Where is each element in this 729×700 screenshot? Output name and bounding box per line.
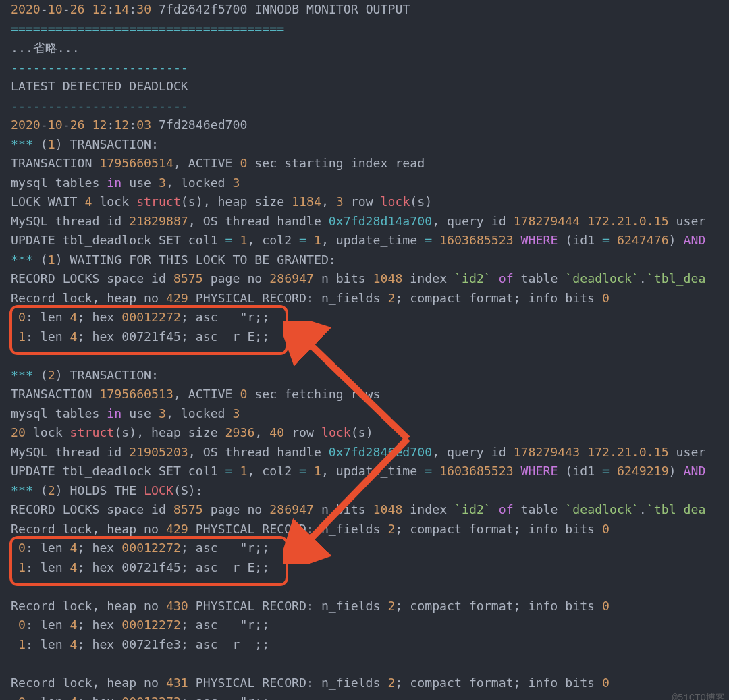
line: 0: len 4; hex 00012272; asc "r;; (11, 541, 269, 555)
line: 2020-10-26 12:12:03 7fd2846ed700 (11, 117, 247, 132)
line: mysql tables in use 3, locked 3 (11, 176, 240, 190)
section-title: LATEST DETECTED DEADLOCK (11, 79, 188, 93)
line: 2020-10-26 12:14:30 7fd2642f5700 INNODB … (11, 2, 410, 16)
line: 0: len 4; hex 00012272; asc "r;; (11, 310, 269, 324)
line: Record lock, heap no 429 PHYSICAL RECORD… (11, 522, 610, 536)
line: *** (1) WAITING FOR THIS LOCK TO BE GRAN… (11, 252, 336, 267)
line: MySQL thread id 21905203, OS thread hand… (11, 445, 705, 459)
line: MySQL thread id 21829887, OS thread hand… (11, 214, 705, 228)
line: *** (2) HOLDS THE LOCK(S): (11, 483, 203, 497)
line: mysql tables in use 3, locked 3 (11, 406, 240, 421)
line: 0: len 4; hex 00012272; asc "r;; (11, 618, 269, 632)
line: *** (2) TRANSACTION: (11, 368, 159, 382)
line: 20 lock struct(s), heap size 2936, 40 ro… (11, 425, 373, 439)
line: UPDATE tbl_deadlock SET col1 = 1, col2 =… (11, 464, 705, 478)
line: ...省略... (11, 41, 80, 55)
line: RECORD LOCKS space id 8575 page no 28694… (11, 502, 705, 516)
watermark: @51CTO博客 (672, 689, 725, 700)
line: Record lock, heap no 431 PHYSICAL RECORD… (11, 676, 610, 690)
line: 1: len 4; hex 00721fe3; asc r ;; (11, 637, 269, 651)
line: 1: len 4; hex 00721f45; asc r E;; (11, 329, 269, 344)
line: *** (1) TRANSACTION: (11, 137, 159, 151)
line: TRANSACTION 1795660513, ACTIVE 0 sec fet… (11, 387, 381, 401)
line: 1: len 4; hex 00721f45; asc r E;; (11, 560, 269, 574)
line: Record lock, heap no 429 PHYSICAL RECORD… (11, 291, 610, 305)
line: LOCK WAIT 4 lock struct(s), heap size 11… (11, 194, 432, 209)
terminal-output: 2020-10-26 12:14:30 7fd2642f5700 INNODB … (0, 0, 729, 700)
divider: ===================================== (11, 22, 284, 36)
line: Record lock, heap no 430 PHYSICAL RECORD… (11, 599, 610, 613)
log-content: 2020-10-26 12:14:30 7fd2642f5700 INNODB … (11, 0, 718, 700)
line: UPDATE tbl_deadlock SET col1 = 1, col2 =… (11, 233, 713, 247)
year: 2020 (11, 2, 40, 16)
line: TRANSACTION 1795660514, ACTIVE 0 sec sta… (11, 156, 425, 170)
divider: ------------------------ (11, 60, 188, 74)
line: RECORD LOCKS space id 8575 page no 28694… (11, 271, 705, 286)
line: 0: len 4; hex 00012272; asc "r;; (11, 695, 269, 700)
divider: ------------------------ (11, 99, 188, 113)
